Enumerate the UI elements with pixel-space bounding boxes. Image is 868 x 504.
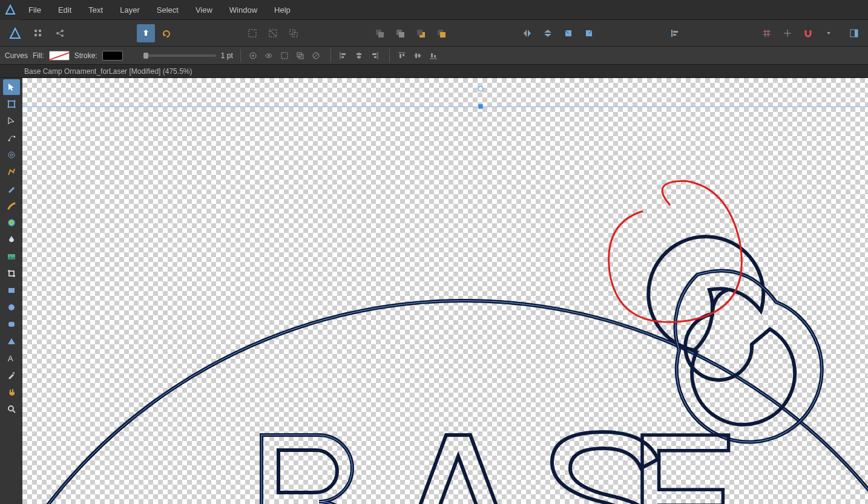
share-icon[interactable] bbox=[51, 24, 69, 42]
logo-flame-group[interactable] bbox=[648, 237, 822, 442]
document-title: Base Camp Ornament_forLaser [Modified] (… bbox=[24, 67, 192, 76]
align-bottom-ctx[interactable] bbox=[426, 49, 441, 62]
pen-tool[interactable] bbox=[3, 164, 20, 180]
text-base-outline[interactable] bbox=[261, 432, 730, 504]
object-type-label: Curves bbox=[5, 51, 28, 60]
menu-text[interactable]: Text bbox=[80, 0, 111, 20]
arrange-front-button[interactable] bbox=[432, 24, 450, 42]
rotate-cw-button[interactable] bbox=[580, 24, 598, 42]
svg-rect-2 bbox=[35, 34, 37, 36]
snap-options-button[interactable] bbox=[820, 24, 838, 42]
triangle-tool[interactable] bbox=[3, 333, 20, 349]
magnet-snap-button[interactable] bbox=[799, 24, 817, 42]
context-toolbar: Curves Fill: Stroke: 1 pt bbox=[0, 47, 868, 65]
flip-vertical-button[interactable] bbox=[539, 24, 557, 42]
hide-selection-button[interactable] bbox=[277, 49, 292, 62]
point-transform-tool[interactable] bbox=[3, 130, 20, 146]
app-icon bbox=[8, 27, 22, 40]
crop-tool[interactable] bbox=[3, 266, 20, 281]
outer-circle-path[interactable] bbox=[22, 301, 868, 504]
menu-file[interactable]: File bbox=[20, 0, 50, 20]
menu-view[interactable]: View bbox=[187, 0, 221, 20]
align-right-ctx[interactable] bbox=[367, 49, 382, 62]
svg-rect-53 bbox=[418, 54, 420, 57]
deselect-button[interactable] bbox=[264, 24, 282, 42]
tools-panel: A bbox=[0, 78, 22, 504]
menu-select[interactable]: Select bbox=[148, 0, 187, 20]
artboard-tool[interactable] bbox=[3, 96, 20, 112]
align-left-ctx[interactable] bbox=[336, 49, 350, 62]
svg-point-33 bbox=[268, 54, 269, 56]
transform-origin-button[interactable] bbox=[246, 49, 260, 62]
svg-rect-3 bbox=[39, 34, 41, 36]
svg-rect-47 bbox=[374, 56, 376, 58]
lock-children-button[interactable] bbox=[309, 49, 323, 62]
select-all-button[interactable] bbox=[243, 24, 261, 42]
arrange-frontone-button[interactable] bbox=[412, 24, 430, 42]
color-picker-tool[interactable] bbox=[3, 367, 20, 383]
align-left-button[interactable] bbox=[666, 24, 684, 42]
transparency-tool[interactable] bbox=[3, 232, 20, 247]
pencil-tool[interactable] bbox=[3, 181, 20, 197]
svg-rect-7 bbox=[145, 32, 147, 36]
select-sync-button[interactable] bbox=[284, 24, 303, 42]
menu-edit[interactable]: Edit bbox=[50, 0, 80, 20]
canvas[interactable] bbox=[22, 78, 868, 504]
red-annotation-path[interactable] bbox=[609, 181, 742, 322]
ellipse-tool[interactable] bbox=[3, 299, 20, 315]
align-vcenter-ctx[interactable] bbox=[410, 49, 425, 62]
snap-grid-button[interactable] bbox=[758, 24, 776, 42]
vector-brush-tool[interactable] bbox=[3, 198, 20, 214]
svg-rect-55 bbox=[431, 53, 433, 57]
revert-defaults-button[interactable] bbox=[157, 24, 176, 42]
right-panel-toggle[interactable] bbox=[845, 24, 863, 42]
svg-rect-56 bbox=[434, 55, 436, 57]
workspace: A bbox=[0, 78, 868, 504]
svg-rect-43 bbox=[357, 53, 361, 55]
svg-rect-49 bbox=[399, 54, 401, 58]
align-top-ctx[interactable] bbox=[395, 49, 409, 62]
stroke-width-value: 1 pt bbox=[221, 51, 233, 60]
menu-layer[interactable]: Layer bbox=[111, 0, 148, 20]
menu-window[interactable]: Window bbox=[221, 0, 266, 20]
svg-rect-40 bbox=[341, 53, 346, 55]
artwork-svg bbox=[22, 78, 868, 504]
stroke-swatch[interactable] bbox=[102, 51, 123, 61]
svg-rect-20 bbox=[440, 32, 446, 38]
menu-help[interactable]: Help bbox=[266, 0, 299, 20]
svg-point-73 bbox=[8, 406, 13, 411]
view-pan-tool[interactable] bbox=[3, 384, 20, 400]
top-center-handle[interactable] bbox=[479, 105, 483, 109]
svg-rect-72 bbox=[13, 372, 15, 374]
svg-point-66 bbox=[8, 219, 15, 226]
fill-swatch[interactable] bbox=[49, 51, 70, 61]
cycle-select-button[interactable] bbox=[293, 49, 307, 62]
svg-line-10 bbox=[270, 30, 276, 36]
rotate-ccw-button[interactable] bbox=[559, 24, 577, 42]
show-rotation-button[interactable] bbox=[261, 49, 276, 62]
snap-guides-button[interactable] bbox=[778, 24, 797, 42]
fill-tool[interactable] bbox=[3, 215, 20, 231]
sync-defaults-button[interactable] bbox=[137, 24, 155, 42]
node-tool[interactable] bbox=[3, 113, 20, 129]
rounded-rectangle-tool[interactable] bbox=[3, 316, 20, 332]
outer-circle-selection bbox=[22, 301, 868, 504]
svg-point-63 bbox=[13, 136, 15, 138]
svg-rect-57 bbox=[8, 101, 15, 107]
view-persona-button[interactable] bbox=[29, 24, 47, 42]
artistic-text-tool[interactable]: A bbox=[3, 350, 20, 366]
arrange-backone-button[interactable] bbox=[391, 24, 409, 42]
svg-line-38 bbox=[314, 53, 318, 58]
stroke-width-slider[interactable] bbox=[143, 54, 216, 57]
rotation-handle[interactable] bbox=[478, 87, 484, 92]
rectangle-tool[interactable] bbox=[3, 283, 20, 298]
corner-tool[interactable] bbox=[3, 147, 20, 163]
move-tool[interactable] bbox=[3, 79, 20, 95]
flip-horizontal-button[interactable] bbox=[518, 24, 536, 42]
place-image-tool[interactable] bbox=[3, 249, 20, 264]
zoom-tool[interactable] bbox=[3, 401, 20, 417]
arrange-back-button[interactable] bbox=[370, 24, 389, 42]
svg-point-31 bbox=[252, 54, 254, 56]
document-tab[interactable]: Base Camp Ornament_forLaser [Modified] (… bbox=[0, 65, 868, 78]
align-hcenter-ctx[interactable] bbox=[352, 49, 366, 62]
